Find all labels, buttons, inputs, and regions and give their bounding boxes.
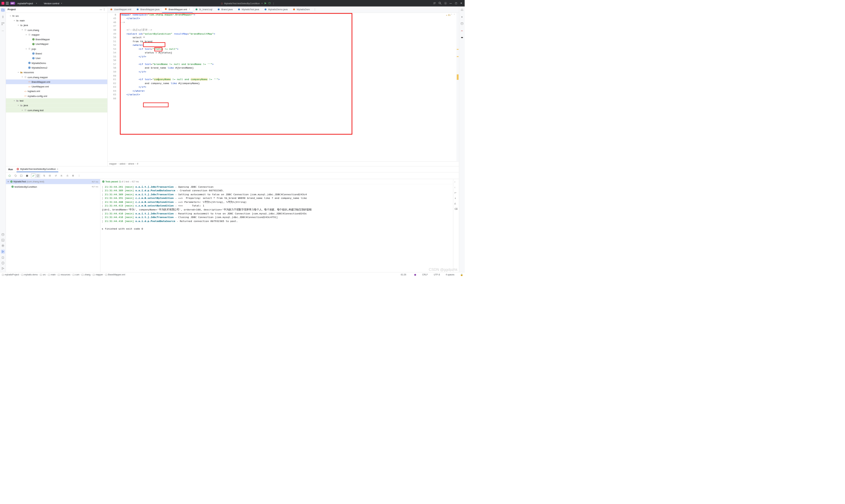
line-separator[interactable]: CRLF [422,273,428,276]
tree-item-BrandMapper[interactable]: IBrandMapper [6,37,107,41]
tabs-more[interactable]: ⋮ [312,8,318,11]
maven-icon[interactable]: m [460,29,464,33]
tab-BrandMapper.java[interactable]: BrandMapper.java [134,6,162,13]
project-name[interactable]: mybatisProject [17,2,34,5]
build-tool-button[interactable] [1,256,4,259]
export-button[interactable]: ⎙ [65,174,69,178]
hamburger-icon[interactable] [6,2,9,5]
debug-button[interactable] [269,2,271,5]
error-stripe[interactable] [456,13,459,162]
maximize-icon[interactable]: ▢ [455,2,458,5]
breadcrumb-item[interactable]: where [128,163,134,165]
nav-item[interactable]: zhang [82,273,90,276]
problems-tool-button[interactable] [1,262,4,265]
sort-button[interactable]: ⇅ [42,174,46,178]
more-icon[interactable]: ⋮ [103,8,105,11]
scroll-end-icon[interactable]: ⤓ [454,197,458,200]
more-icon[interactable]: ⋮ [77,174,81,178]
services-tool-button[interactable] [1,244,4,247]
nav-item[interactable]: BrandMapper.xml [105,273,125,276]
nav-item[interactable]: resources [58,273,70,276]
breadcrumbs[interactable]: mapper›select›where›if [108,162,459,166]
tree-item-UserMapperXml[interactable]: </>UserMapper.xml [6,84,107,89]
tree-item-BrandMapperXml[interactable]: </>BrandMapper.xml [6,79,107,84]
print-icon[interactable]: ⎙ [454,202,458,206]
nav-item[interactable]: main [48,273,55,276]
tree-item-UserMapper[interactable]: IUserMapper [6,42,107,47]
nav-item[interactable]: src [40,273,46,276]
chevron-down-icon[interactable]: ▾ [36,2,37,4]
tree-item-test[interactable]: ▾test [6,98,107,103]
tree-item-MybatisDemo2[interactable]: CMybatisDemo2 [6,65,107,70]
tab-tb_brand.sql[interactable]: tb_brand.sql [193,6,215,13]
tree-item-comzhangmapper[interactable]: ▾com.zhang.mapper [6,75,107,79]
close-icon[interactable]: ✕ [460,2,463,5]
encoding[interactable]: UTF-8 [434,273,440,276]
tab-BrandMapper.xml[interactable]: BrandMapper.xml× [162,6,193,13]
tree-item-pojo[interactable]: ▾pojo [6,47,107,51]
run-tool-button[interactable] [1,250,5,254]
mybatis-icon[interactable] [460,36,464,40]
down-icon[interactable]: ↓ [454,186,458,190]
project-tool-button[interactable] [1,8,5,12]
show-passed-button[interactable] [31,174,35,178]
run-config-selector[interactable]: MybatisTest.testSelecByCondition [224,2,260,5]
tree-item-logback[interactable]: </>logback.xml [6,89,107,94]
run-config-tab[interactable]: MybatisTest.testSelecByCondition × [17,166,58,172]
tab-UserMapper.xml[interactable]: UserMapper.xml [108,6,134,13]
console-output[interactable]: ] 21:31:44.261 [main] o.a.i.t.j.JdbcTran… [100,184,453,272]
tree-item-Brand[interactable]: CBrand [6,51,107,56]
history-button[interactable]: ↺ [54,174,58,178]
tree-item-mapper[interactable]: ▾mapper [6,32,107,37]
breadcrumb-item[interactable]: select [120,163,125,165]
tab-MybatisDem[interactable]: MybatisDem [290,6,312,13]
tree-item-MybatisDemo[interactable]: CMybatisDemo [6,61,107,65]
ai-status-icon[interactable] [414,273,416,276]
editor[interactable]: ⚠ 11 ˆ ˇ 8454647484950515253545556575859… [108,13,459,162]
tab-Brand.java[interactable]: Brand.java [214,6,235,13]
tree-item-mybatiscfg[interactable]: </>mybatis-config.xml [6,94,107,98]
collapse-icon[interactable]: — [99,8,103,11]
tree-item-java[interactable]: ▾java [6,23,107,28]
soft-wrap-icon[interactable]: ↩ [454,191,458,195]
terminal-tool-button[interactable] [1,239,4,242]
run-button[interactable] [264,2,267,5]
minimize-icon[interactable]: — [449,2,452,5]
notifications-icon[interactable] [460,8,464,12]
more-icon[interactable]: ⋮ [272,2,275,5]
test-tree[interactable]: ▾ MybatisTest (com.zhang.test) 417 ms te… [6,179,100,272]
up-icon[interactable]: ↑ [454,180,458,184]
caret-position[interactable]: 61:26 [401,273,407,276]
tree-item-testjava[interactable]: ▾java [6,103,107,108]
tree-item-comzhang[interactable]: ▾com.zhang [6,28,107,32]
version-control[interactable]: Version control [44,2,59,5]
structure-tool-button[interactable] [1,22,5,26]
readonly-icon[interactable]: 🔒 [460,273,463,276]
indent[interactable]: 4 spaces [446,273,454,276]
project-tree[interactable]: ▾src▾main▾java▾com.zhang▾mapperIBrandMap… [6,13,107,166]
rerun-button[interactable] [7,174,12,178]
tab-MybatisDemo.java[interactable]: MybatisDemo.java [261,6,290,13]
stop-button[interactable] [25,174,29,178]
tree-item-main[interactable]: ▾main [6,18,107,23]
tree-item-User[interactable]: CUser [6,56,107,60]
more-tool-button[interactable]: ⋯ [1,29,5,33]
import-button[interactable]: ⎘ [59,174,64,178]
nav-item[interactable]: mapper [93,273,103,276]
tab-MybatisTest.java[interactable]: MybatisTest.java [235,6,261,13]
code-with-me-icon[interactable] [433,2,436,5]
nav-item[interactable]: mybatis-demo [21,273,38,276]
expand-button[interactable]: ⊟ [48,174,52,178]
show-ignored-button[interactable] [36,174,40,178]
toggle-auto-button[interactable] [19,174,23,178]
tree-item-resources[interactable]: ▾resources [6,70,107,74]
nav-item[interactable]: com [72,273,79,276]
nav-item[interactable]: mybatisProject [2,273,19,276]
tree-item-comzhangtest[interactable]: ▾com.zhang.test [6,108,107,112]
ai-icon[interactable]: ✦ [460,15,464,19]
rerun-failed-button[interactable] [14,174,17,178]
chevron-down-icon[interactable]: ▾ [261,2,263,4]
breadcrumb-item[interactable]: mapper [109,163,117,165]
database-tool-button[interactable] [1,233,4,236]
navigation-bar[interactable]: mybatisProject›mybatis-demo›src›main›res… [2,273,125,276]
